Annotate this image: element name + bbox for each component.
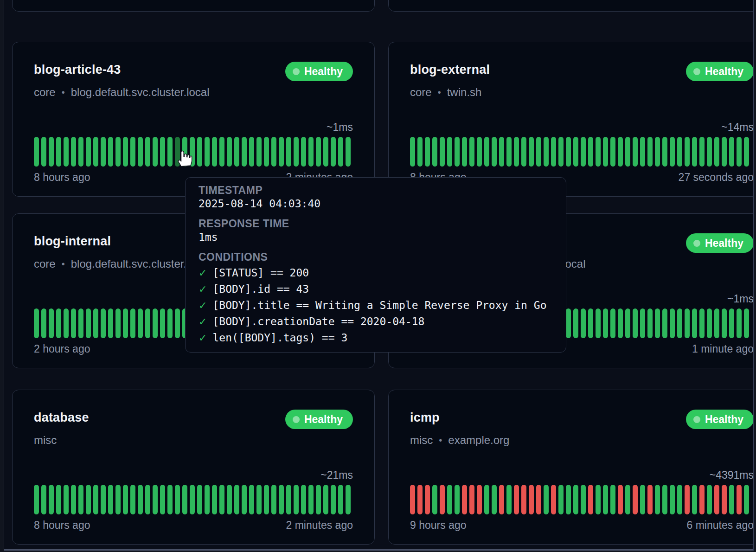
uptime-bar[interactable] (662, 137, 667, 167)
uptime-bar[interactable] (633, 308, 638, 338)
uptime-bar[interactable] (670, 137, 675, 167)
uptime-bar[interactable] (227, 485, 232, 514)
uptime-bar[interactable] (469, 137, 474, 167)
uptime-bar[interactable] (71, 485, 76, 514)
uptime-bar[interactable] (242, 137, 247, 167)
uptime-bar[interactable] (64, 485, 69, 514)
uptime-bar[interactable] (573, 485, 578, 514)
uptime-bar[interactable] (506, 485, 512, 514)
uptime-bar[interactable] (301, 137, 306, 167)
uptime-bar[interactable] (205, 137, 210, 167)
uptime-bar[interactable] (455, 485, 460, 514)
uptime-bar[interactable] (308, 137, 314, 167)
uptime-bar[interactable] (234, 137, 239, 167)
uptime-bar[interactable] (477, 137, 482, 167)
uptime-bar[interactable] (603, 137, 608, 167)
uptime-bar[interactable] (138, 137, 143, 167)
uptime-bar[interactable] (294, 485, 299, 514)
uptime-bar[interactable] (477, 485, 482, 514)
uptime-bar[interactable] (49, 308, 54, 338)
uptime-bar[interactable] (256, 137, 262, 167)
uptime-bar[interactable] (249, 137, 254, 167)
uptime-bar[interactable] (714, 308, 719, 338)
uptime-bar[interactable] (338, 137, 343, 167)
uptime-bar[interactable] (729, 137, 734, 167)
uptime-bar[interactable] (49, 485, 54, 514)
uptime-bar[interactable] (71, 308, 76, 338)
uptime-bar[interactable] (655, 137, 660, 167)
uptime-bar[interactable] (167, 308, 173, 338)
uptime-bar[interactable] (197, 137, 202, 167)
uptime-bar[interactable] (338, 485, 343, 514)
uptime-bar[interactable] (167, 137, 173, 167)
uptime-bar[interactable] (677, 308, 682, 338)
uptime-bar[interactable] (640, 485, 645, 514)
uptime-bar[interactable] (101, 137, 106, 167)
uptime-bar[interactable] (596, 137, 601, 167)
uptime-bar[interactable] (182, 485, 187, 514)
uptime-bar[interactable] (529, 137, 534, 167)
uptime-bar[interactable] (558, 137, 564, 167)
uptime-bar[interactable] (175, 485, 180, 514)
uptime-bar[interactable] (432, 485, 437, 514)
uptime-bar[interactable] (440, 485, 445, 514)
uptime-bar[interactable] (205, 485, 210, 514)
uptime-bar[interactable] (64, 137, 69, 167)
uptime-bar[interactable] (425, 485, 430, 514)
uptime-bar[interactable] (93, 485, 98, 514)
uptime-bar[interactable] (610, 485, 615, 514)
uptime-bar[interactable] (610, 308, 615, 338)
uptime-bar[interactable] (108, 137, 113, 167)
uptime-bar[interactable] (722, 137, 727, 167)
uptime-bar[interactable] (499, 485, 504, 514)
uptime-bar[interactable] (78, 485, 83, 514)
uptime-bar[interactable] (115, 485, 121, 514)
uptime-bar[interactable] (123, 485, 128, 514)
uptime-bar[interactable] (301, 485, 306, 514)
uptime-bar[interactable] (603, 308, 608, 338)
uptime-bar[interactable] (662, 308, 667, 338)
uptime-bar[interactable] (175, 308, 180, 338)
uptime-bar[interactable] (78, 308, 83, 338)
uptime-bar[interactable] (618, 308, 623, 338)
uptime-bar[interactable] (41, 308, 46, 338)
uptime-bar[interactable] (138, 485, 143, 514)
uptime-bar[interactable] (86, 137, 91, 167)
uptime-bar[interactable] (279, 137, 284, 167)
uptime-bar[interactable] (737, 137, 742, 167)
uptime-bar[interactable] (346, 137, 351, 167)
uptime-bar[interactable] (34, 137, 39, 167)
uptime-bar[interactable] (130, 308, 135, 338)
uptime-bar[interactable] (190, 485, 195, 514)
uptime-bar[interactable] (484, 485, 489, 514)
uptime-bar[interactable] (588, 137, 593, 167)
uptime-bar[interactable] (514, 137, 519, 167)
uptime-bar[interactable] (256, 485, 262, 514)
uptime-bar[interactable] (677, 137, 682, 167)
uptime-bar[interactable] (71, 137, 76, 167)
uptime-bar[interactable] (707, 485, 712, 514)
uptime-bar[interactable] (56, 308, 61, 338)
uptime-bar[interactable] (633, 137, 638, 167)
uptime-bar[interactable] (249, 485, 254, 514)
uptime-bar[interactable] (566, 308, 571, 338)
uptime-bar[interactable] (417, 137, 423, 167)
uptime-bar[interactable] (737, 308, 742, 338)
uptime-bar[interactable] (41, 137, 46, 167)
uptime-bar[interactable] (469, 485, 474, 514)
uptime-bar[interactable] (581, 485, 586, 514)
uptime-bar[interactable] (331, 485, 336, 514)
uptime-bar[interactable] (316, 485, 321, 514)
uptime-bar[interactable] (410, 137, 415, 167)
uptime-bar[interactable] (514, 485, 519, 514)
uptime-bar[interactable] (707, 308, 712, 338)
uptime-bar[interactable] (722, 308, 727, 338)
uptime-bar[interactable] (316, 137, 321, 167)
uptime-bar[interactable] (573, 137, 578, 167)
uptime-bar[interactable] (596, 308, 601, 338)
uptime-bar[interactable] (153, 485, 158, 514)
uptime-bar[interactable] (462, 485, 467, 514)
uptime-bar[interactable] (462, 137, 467, 167)
uptime-bar[interactable] (167, 485, 173, 514)
uptime-bar[interactable] (440, 137, 445, 167)
